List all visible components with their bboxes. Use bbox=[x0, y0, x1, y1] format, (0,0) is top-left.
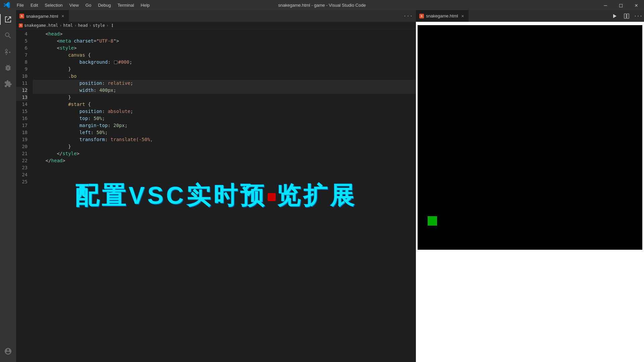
code-lines: <head> <meta charset="UTF-8"> <style> ca… bbox=[33, 29, 416, 362]
code-editor[interactable]: 4 5 6 7 8 9 10 11 12 13 14 15 16 17 bbox=[16, 29, 416, 362]
left-tab-label: snakegame.html bbox=[26, 14, 58, 19]
game-canvas bbox=[418, 25, 642, 250]
left-tab-bar: 5 snakegame.html × ··· bbox=[16, 10, 416, 22]
code-line-16: #start { bbox=[33, 101, 416, 108]
preview-tab[interactable]: 5 snakegame.html × bbox=[416, 10, 469, 22]
preview-tab-actions: ··· bbox=[609, 10, 644, 22]
left-active-tab[interactable]: 5 snakegame.html × bbox=[16, 10, 69, 22]
code-line-19: margin-top: 20px; bbox=[33, 122, 416, 129]
code-line-20: left: 50%; bbox=[33, 129, 416, 136]
tab-more-button[interactable]: ··· bbox=[400, 10, 416, 22]
code-line-14: } bbox=[33, 94, 416, 101]
preview-wrapper bbox=[416, 22, 644, 362]
maximize-button[interactable]: □ bbox=[613, 0, 629, 10]
code-line-21: transform: translate(-50%, bbox=[33, 136, 416, 143]
preview-content bbox=[416, 22, 644, 362]
breadcrumb-extra[interactable] bbox=[110, 23, 115, 28]
code-content: 4 5 6 7 8 9 10 11 12 13 14 15 16 17 bbox=[16, 29, 416, 362]
more-actions-button[interactable]: ··· bbox=[632, 10, 644, 22]
code-line-23: </style> bbox=[33, 150, 416, 157]
extensions-icon[interactable] bbox=[0, 76, 16, 92]
editor-area: 5 snakegame.html × ··· 5 snakegame.html … bbox=[16, 10, 644, 362]
left-tab-close[interactable]: × bbox=[60, 13, 65, 19]
debug-icon[interactable] bbox=[0, 60, 16, 76]
code-line-22: } bbox=[33, 143, 416, 150]
code-line-7: canvas { bbox=[33, 52, 416, 59]
breadcrumb-style-text: style bbox=[93, 23, 105, 28]
menu-help[interactable]: Help bbox=[138, 0, 153, 10]
main-container: 5 snakegame.html × ··· 5 snakegame.html … bbox=[0, 10, 644, 362]
preview-tab-bar: 5 snakegame.html × bbox=[416, 10, 644, 22]
svg-point-2 bbox=[112, 26, 113, 27]
activity-bar-bottom bbox=[0, 343, 16, 362]
breadcrumb-filename: snakegame.html bbox=[24, 23, 58, 28]
code-line-24: </head> bbox=[33, 157, 416, 164]
menu-debug[interactable]: Debug bbox=[95, 0, 114, 10]
account-icon[interactable] bbox=[0, 343, 16, 359]
svg-point-0 bbox=[112, 24, 113, 25]
svg-rect-4 bbox=[627, 14, 629, 18]
breadcrumb-sep-2: › bbox=[74, 23, 76, 28]
title-bar-left: File Edit Selection View Go Debug Termin… bbox=[0, 0, 153, 10]
breadcrumb-file-icon: 5 bbox=[19, 23, 23, 27]
breadcrumb: 5 snakegame.html › html › head › style › bbox=[16, 22, 416, 29]
menu-view[interactable]: View bbox=[66, 0, 82, 10]
code-line-13: width: 400px; bbox=[33, 87, 416, 94]
activity-bar bbox=[0, 10, 16, 362]
html-icon: 5 bbox=[19, 14, 24, 18]
breadcrumb-sep-3: › bbox=[89, 23, 91, 28]
search-icon[interactable] bbox=[0, 27, 16, 44]
preview-tab-close[interactable]: × bbox=[460, 13, 465, 19]
run-button[interactable] bbox=[609, 10, 621, 22]
code-line-8: background: #000; bbox=[33, 59, 416, 66]
left-editor-pane: 5 snakegame.html × ··· 5 snakegame.html … bbox=[16, 10, 416, 362]
title-bar-controls: — □ ✕ bbox=[598, 0, 644, 10]
window-title: snakegame.html - game - Visual Studio Co… bbox=[278, 3, 366, 8]
code-line-11: .bo bbox=[33, 73, 416, 80]
preview-tab-icon: 5 bbox=[419, 14, 424, 18]
vscode-icon bbox=[0, 0, 13, 10]
close-button[interactable]: ✕ bbox=[629, 0, 644, 10]
split-editor-button[interactable] bbox=[621, 10, 632, 22]
breadcrumb-sep-1: › bbox=[59, 23, 62, 28]
explorer-icon[interactable] bbox=[0, 11, 16, 27]
preview-tab-label: snakegame.html bbox=[426, 13, 458, 18]
right-preview-pane: 5 snakegame.html × bbox=[416, 10, 644, 362]
code-line-9: } bbox=[33, 66, 416, 73]
code-line-17: position: absolute; bbox=[33, 108, 416, 115]
snake-segment-1 bbox=[428, 216, 437, 226]
menu-file[interactable]: File bbox=[13, 0, 27, 10]
code-line-6: <style> bbox=[33, 45, 416, 52]
line-numbers: 4 5 6 7 8 9 10 11 12 13 14 15 16 17 bbox=[16, 29, 33, 362]
svg-point-1 bbox=[112, 25, 113, 26]
code-line-12: position: relative; bbox=[33, 80, 416, 87]
menu-selection[interactable]: Selection bbox=[41, 0, 66, 10]
menu-go[interactable]: Go bbox=[82, 0, 95, 10]
title-bar: File Edit Selection View Go Debug Termin… bbox=[0, 0, 644, 10]
breadcrumb-sep-4: › bbox=[106, 23, 109, 28]
breadcrumb-head[interactable]: head bbox=[78, 23, 88, 28]
menu-terminal[interactable]: Terminal bbox=[114, 0, 137, 10]
minimize-button[interactable]: — bbox=[598, 0, 613, 10]
breadcrumb-html[interactable]: html bbox=[63, 23, 73, 28]
breadcrumb-style[interactable]: style bbox=[93, 23, 105, 28]
menu-edit[interactable]: Edit bbox=[27, 0, 41, 10]
menu-bar: File Edit Selection View Go Debug Termin… bbox=[13, 0, 153, 10]
breadcrumb-head-text: head bbox=[78, 23, 88, 28]
source-control-icon[interactable] bbox=[0, 44, 16, 60]
code-line-18: top: 50%; bbox=[33, 115, 416, 122]
breadcrumb-file[interactable]: 5 snakegame.html bbox=[19, 23, 58, 28]
breadcrumb-html-text: html bbox=[63, 23, 73, 28]
code-line-5: <meta charset="UTF-8"> bbox=[33, 38, 416, 45]
code-line-4: <head> bbox=[33, 31, 416, 38]
svg-rect-3 bbox=[624, 14, 626, 18]
